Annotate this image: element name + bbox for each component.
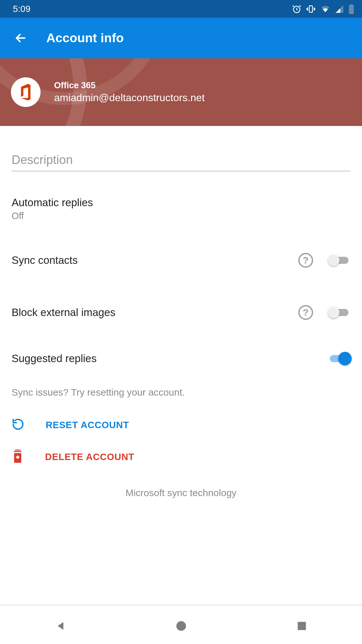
block-images-label: Block external images [12,306,298,319]
block-images-toggle[interactable] [328,306,350,319]
divider [0,605,362,605]
nav-back-button[interactable] [51,617,70,635]
automatic-replies-value: Off [12,211,350,221]
sync-contacts-label: Sync contacts [12,254,298,266]
android-nav-bar [0,608,362,644]
nav-recent-button[interactable] [293,617,311,635]
svg-rect-3 [350,4,353,5]
wifi-icon [320,4,330,14]
account-banner: Office 365 amiadmin@deltaconstructors.ne… [0,58,362,126]
trash-icon [12,449,24,464]
battery-icon [348,4,354,14]
delete-account-button[interactable]: DELETE ACCOUNT [12,449,350,464]
status-time: 5:09 [13,4,31,14]
automatic-replies-label: Automatic replies [12,197,350,209]
office-icon [11,77,41,107]
help-icon[interactable]: ? [298,305,313,320]
back-button[interactable] [13,30,28,46]
account-service: Office 365 [54,81,205,91]
block-images-row: Block external images ? [12,305,350,320]
suggested-replies-label: Suggested replies [12,352,328,365]
vibrate-icon [306,4,316,14]
help-icon[interactable]: ? [298,253,313,268]
reset-account-button[interactable]: RESET ACCOUNT [12,418,350,432]
alarm-icon [292,4,302,14]
svg-rect-8 [298,622,306,630]
account-email: amiadmin@deltaconstructors.net [54,92,205,104]
description-field[interactable] [12,153,350,171]
automatic-replies-row[interactable]: Automatic replies Off [12,197,350,221]
status-icons [292,4,354,14]
delete-account-label: DELETE ACCOUNT [45,452,135,462]
settings-content: Automatic replies Off Sync contacts ? Bl… [0,153,362,498]
nav-home-button[interactable] [172,617,190,635]
suggested-replies-row: Suggested replies [12,352,350,365]
sync-tech-footer: Microsoft sync technology [12,487,350,498]
reset-icon [12,418,24,432]
app-bar: Account info [0,18,362,58]
svg-rect-4 [349,13,354,14]
cellular-icon [335,5,344,14]
sync-hint: Sync issues? Try resetting your account. [12,387,350,398]
suggested-replies-toggle[interactable] [328,352,350,365]
description-input[interactable] [12,153,350,167]
sync-contacts-toggle[interactable] [328,254,350,267]
page-title: Account info [46,31,124,45]
sync-contacts-row: Sync contacts ? [12,253,350,268]
svg-rect-2 [349,5,354,14]
android-status-bar: 5:09 [0,0,362,18]
svg-rect-1 [309,6,312,12]
svg-point-7 [176,621,186,631]
reset-account-label: RESET ACCOUNT [46,420,129,430]
